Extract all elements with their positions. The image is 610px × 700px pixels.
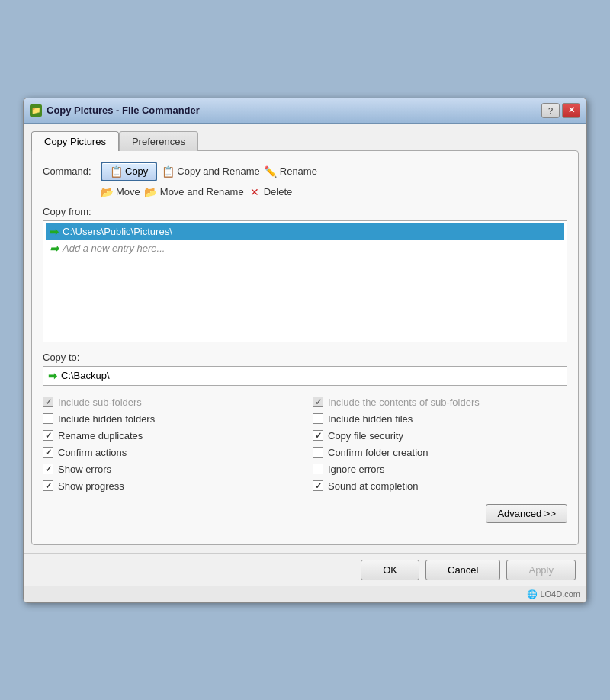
arrow-icon: ➡	[50, 226, 59, 238]
close-button[interactable]: ✕	[562, 103, 580, 118]
title-buttons: ? ✕	[541, 103, 580, 118]
checkboxes-grid: Include sub-folders Include the contents…	[43, 397, 567, 492]
watermark: 🌐 LO4D.com	[24, 586, 586, 602]
cb-hidden-folders[interactable]: Include hidden folders	[43, 413, 297, 425]
copy-rename-icon: 📋	[162, 165, 174, 178]
cb-sound-completion[interactable]: Sound at completion	[313, 480, 567, 492]
bottom-row: Advanced >>	[43, 504, 567, 523]
arrow-icon-2: ➡	[50, 242, 59, 255]
footer: OK Cancel Apply	[24, 553, 586, 586]
cb-confirm-folder-box[interactable]	[313, 447, 323, 458]
cb-confirm-actions[interactable]: Confirm actions	[43, 447, 297, 458]
cmd-copy-rename[interactable]: 📋 Copy and Rename	[162, 165, 259, 178]
copy-icon: 📋	[110, 165, 122, 178]
title-bar: 📁 Copy Pictures - File Commander ? ✕	[24, 98, 586, 124]
ok-button[interactable]: OK	[361, 560, 419, 580]
cb-include-subfolders[interactable]: Include sub-folders	[43, 397, 297, 408]
cb-hidden-folders-box[interactable]	[43, 413, 53, 424]
tab-strip: Copy Pictures Preferences	[31, 131, 579, 151]
delete-icon: ✕	[249, 186, 261, 198]
cb-file-security[interactable]: Copy file security	[313, 430, 567, 442]
list-item-new[interactable]: ➡ Add a new entry here...	[46, 240, 564, 257]
title-bar-left: 📁 Copy Pictures - File Commander	[30, 104, 200, 117]
copy-from-label: Copy from:	[43, 206, 567, 217]
cb-rename-duplicates[interactable]: Rename duplicates	[43, 430, 297, 442]
cb-show-errors-box[interactable]	[43, 464, 53, 474]
command-row-1: Command: 📋 Copy 📋 Copy and Rename ✏️ Ren…	[43, 162, 567, 181]
tab-preferences[interactable]: Preferences	[119, 131, 198, 151]
cb-ignore-errors-box[interactable]	[313, 464, 323, 474]
help-button[interactable]: ?	[541, 103, 560, 118]
command-label: Command:	[43, 165, 96, 177]
cb-show-errors[interactable]: Show errors	[43, 464, 297, 475]
arrow-icon-3: ➡	[48, 370, 57, 382]
cb-ignore-errors[interactable]: Ignore errors	[313, 464, 567, 475]
window-title: Copy Pictures - File Commander	[47, 104, 200, 116]
cb-include-contents[interactable]: Include the contents of sub-folders	[313, 397, 567, 408]
cb-hidden-files-box[interactable]	[313, 413, 323, 424]
advanced-button[interactable]: Advanced >>	[486, 504, 567, 523]
cb-hidden-files[interactable]: Include hidden files	[313, 413, 567, 425]
main-window: 📁 Copy Pictures - File Commander ? ✕ Cop…	[23, 98, 587, 603]
cancel-button[interactable]: Cancel	[425, 560, 500, 580]
cb-show-progress-box[interactable]	[43, 480, 53, 491]
apply-button[interactable]: Apply	[506, 560, 576, 580]
app-icon: 📁	[30, 104, 42, 117]
list-item[interactable]: ➡ C:\Users\Public\Pictures\	[46, 223, 564, 240]
rename-icon: ✏️	[265, 165, 277, 178]
cmd-rename[interactable]: ✏️ Rename	[265, 165, 317, 178]
cb-confirm-folder[interactable]: Confirm folder creation	[313, 447, 567, 458]
main-content: Copy Pictures Preferences Command: 📋 Cop…	[24, 124, 586, 553]
cmd-delete[interactable]: ✕ Delete	[249, 186, 293, 198]
cmd-copy-button[interactable]: 📋 Copy	[101, 162, 157, 181]
cb-sound-completion-box[interactable]	[313, 480, 323, 491]
move-rename-icon: 📂	[145, 186, 157, 198]
cb-show-progress[interactable]: Show progress	[43, 480, 297, 492]
cb-confirm-actions-box[interactable]	[43, 447, 53, 458]
cb-include-subfolders-box[interactable]	[43, 397, 53, 407]
tab-content: Command: 📋 Copy 📋 Copy and Rename ✏️ Ren…	[31, 150, 579, 545]
command-row-2: 📂 Move 📂 Move and Rename ✕ Delete	[43, 186, 567, 198]
cb-file-security-box[interactable]	[313, 430, 323, 441]
tab-copy-pictures[interactable]: Copy Pictures	[31, 131, 119, 151]
cmd-move[interactable]: 📂 Move	[101, 186, 140, 198]
copy-from-list[interactable]: ➡ C:\Users\Public\Pictures\ ➡ Add a new …	[43, 220, 567, 342]
cb-include-contents-box[interactable]	[313, 397, 323, 407]
cb-rename-duplicates-box[interactable]	[43, 430, 53, 441]
copy-to-label: Copy to:	[43, 352, 567, 363]
cmd-move-rename[interactable]: 📂 Move and Rename	[145, 186, 244, 198]
copy-to-input[interactable]: ➡ C:\Backup\	[43, 366, 567, 386]
move-icon: 📂	[101, 186, 113, 198]
